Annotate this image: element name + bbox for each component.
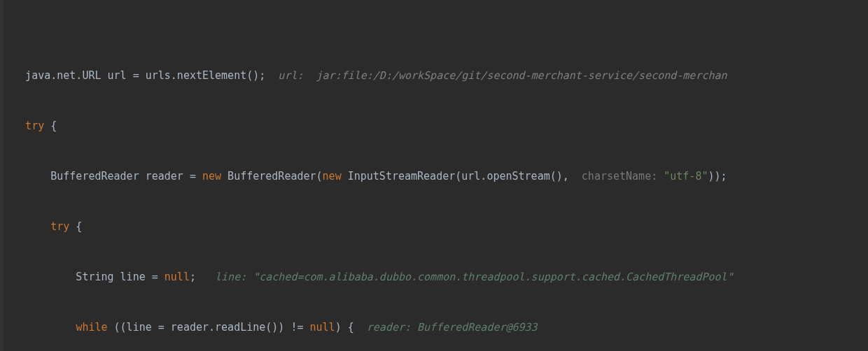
code-line: BufferedReader reader = new BufferedRead… [0,168,868,185]
code-line: String line = null; line: "cached=com.al… [0,268,868,285]
code-line: while ((line = reader.readLine()) != nul… [0,319,868,336]
code-line: java.net.URL url = urls.nextElement(); u… [0,67,868,84]
code-editor[interactable]: java.net.URL url = urls.nextElement(); u… [0,0,868,351]
editor-gutter [0,0,4,351]
code-line: try { [0,117,868,134]
code-line: try { [0,218,868,235]
